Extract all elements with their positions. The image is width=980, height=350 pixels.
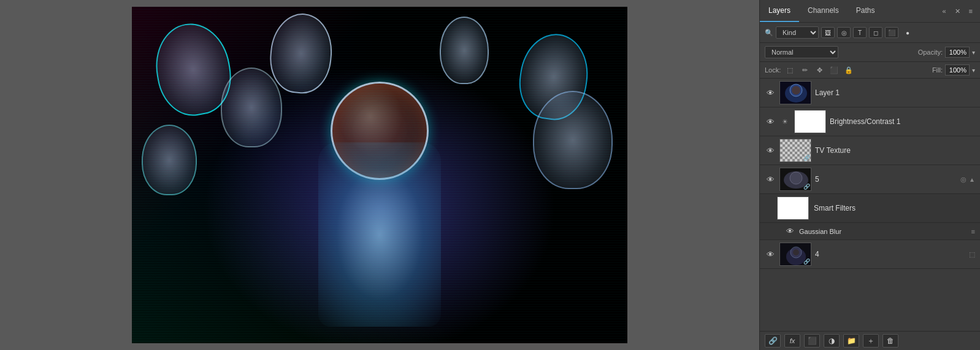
layer5-collapse-icon[interactable]: ▲ <box>969 176 975 183</box>
layer4-info: 4 <box>815 250 965 259</box>
thumbnail-smart-filters <box>777 196 809 220</box>
half-circle-icon: ◑ <box>829 336 835 345</box>
gaussian-blur-options-icon[interactable]: ≡ <box>971 228 975 235</box>
filter-image-icon[interactable]: 🖼 <box>821 27 835 38</box>
visibility-gaussian-blur[interactable]: 👁 <box>784 226 795 237</box>
thumbnail-brightness1 <box>794 110 826 133</box>
svg-point-10 <box>793 249 799 255</box>
layer5-right-icons: ◎ ▲ <box>960 176 975 184</box>
tv-texture-info: TV Texture <box>815 146 975 155</box>
visibility-layer1[interactable]: 👁 <box>765 87 776 98</box>
layer4-right-icon[interactable]: ⬚ <box>969 251 975 259</box>
thumbnail-tv-texture: 🔗 <box>779 139 811 162</box>
thumb-svg-layer1 <box>780 82 811 104</box>
link-layers-button[interactable]: 🔗 <box>765 334 781 348</box>
layer-item-layer1[interactable]: 👁 Layer 1 <box>760 79 980 107</box>
blend-row: Normal Opacity: 100% ▾ <box>760 43 980 62</box>
filter-bar: 🔍 Kind 🖼 ◎ T ◻ ⬛ ● <box>760 23 980 43</box>
thumbnail-layer5: 🔗 <box>779 168 811 191</box>
filter-circle-icon[interactable]: ◎ <box>837 27 851 38</box>
lock-paint-icon[interactable]: ✏ <box>799 64 810 76</box>
lock-label: Lock: <box>765 66 781 74</box>
fill-value[interactable]: 100% <box>945 64 970 76</box>
panel-header-icons: « ✕ ≡ <box>940 6 980 17</box>
layer5-name: 5 <box>815 175 957 184</box>
fill-dropdown-icon[interactable]: ▾ <box>972 67 975 74</box>
plus-square-icon: ＋ <box>867 336 875 346</box>
filter-label: 🔍 <box>765 29 773 37</box>
visibility-tv-texture[interactable]: 👁 <box>765 145 776 156</box>
visibility-layer5[interactable]: 👁 <box>765 174 776 185</box>
thumbnail-layer4: 🔗 <box>779 243 811 266</box>
brightness-adjust-icon: ☀ <box>779 116 791 127</box>
opacity-label: Opacity: <box>918 49 943 56</box>
layer1-name: Layer 1 <box>815 88 975 97</box>
layer-item-layer4[interactable]: 👁 🔗 4 ⬚ <box>760 240 980 269</box>
visibility-layer4[interactable]: 👁 <box>765 249 776 260</box>
gaussian-blur-icons: ≡ <box>971 228 975 235</box>
layer-item-tv-texture[interactable]: 👁 🔗 TV Texture <box>760 136 980 165</box>
fx-icon: fx <box>790 337 795 344</box>
opacity-dropdown-icon[interactable]: ▾ <box>972 49 975 56</box>
tab-channels[interactable]: Channels <box>799 0 848 22</box>
canvas-image <box>132 7 627 343</box>
delete-layer-button[interactable]: 🗑 <box>882 334 898 348</box>
lock-artboard-icon[interactable]: ⬛ <box>829 64 840 76</box>
panel-menu-button[interactable]: ≡ <box>967 6 975 16</box>
layer-item-gaussian-blur[interactable]: 👁 Gaussian Blur ≡ <box>760 223 980 240</box>
fill-group: Fill: 100% ▾ <box>932 64 975 76</box>
filter-shape-icon[interactable]: ◻ <box>869 27 882 38</box>
layers-toolbar: 🔗 fx ⬛ ◑ 📁 ＋ 🗑 <box>760 331 980 350</box>
layer5-info: 5 <box>815 175 957 184</box>
gaussian-blur-name: Gaussian Blur <box>799 228 841 235</box>
link-icon-layer5: 🔗 <box>803 184 810 190</box>
filter-dot-icon: ● <box>901 27 914 38</box>
panel-header: Layers Channels Paths « ✕ ≡ <box>760 0 980 23</box>
close-panel-button[interactable]: ✕ <box>952 6 963 17</box>
layers-list[interactable]: 👁 Layer 1 👁 ☀ Brightness/Contrast 1 <box>760 79 980 331</box>
lock-transparency-icon[interactable]: ⬚ <box>784 64 795 76</box>
layer-mask-button[interactable]: ⬛ <box>804 334 820 348</box>
tab-paths[interactable]: Paths <box>848 0 884 22</box>
blend-mode-select[interactable]: Normal <box>765 46 838 58</box>
layer5-circle-icon[interactable]: ◎ <box>960 176 967 184</box>
folder-icon: 📁 <box>847 336 856 345</box>
thumbnail-layer1 <box>779 81 811 104</box>
layer-item-layer5[interactable]: 👁 🔗 5 ◎ ▲ <box>760 165 980 194</box>
new-group-button[interactable]: 📁 <box>843 334 859 348</box>
canvas-area <box>0 0 759 350</box>
filter-kind-select[interactable]: Kind <box>776 26 819 39</box>
link-icon-layer4: 🔗 <box>803 259 810 265</box>
layer-effects-button[interactable]: fx <box>784 334 800 348</box>
collapse-panel-button[interactable]: « <box>940 6 948 16</box>
layer4-name: 4 <box>815 250 965 259</box>
filter-text-icon[interactable]: T <box>853 27 867 38</box>
panel-tabs: Layers Channels Paths <box>760 0 883 22</box>
layer4-right-icons: ⬚ <box>969 251 975 259</box>
trash-icon: 🗑 <box>887 336 894 345</box>
visibility-brightness1[interactable]: 👁 <box>765 116 776 127</box>
link-icon-tv-texture: 🔗 <box>803 155 810 161</box>
smart-filters-name: Smart Filters <box>814 204 856 212</box>
layer-item-brightness1[interactable]: 👁 ☀ Brightness/Contrast 1 <box>760 107 980 136</box>
new-layer-button[interactable]: ＋ <box>863 334 879 348</box>
tv-texture-name: TV Texture <box>815 146 975 155</box>
opacity-group: Opacity: 100% ▾ <box>918 47 975 58</box>
brightness1-info: Brightness/Contrast 1 <box>830 117 975 126</box>
filter-adjust-icon[interactable]: ⬛ <box>885 27 898 38</box>
lock-all-icon[interactable]: 🔒 <box>843 64 854 76</box>
adjustment-layer-button[interactable]: ◑ <box>824 334 840 348</box>
layers-panel: Layers Channels Paths « ✕ ≡ 🔍 Kind 🖼 ◎ T… <box>759 0 980 350</box>
svg-point-3 <box>792 86 800 95</box>
lock-move-icon[interactable]: ✥ <box>814 64 825 76</box>
opacity-value[interactable]: 100% <box>945 47 970 58</box>
tab-layers[interactable]: Layers <box>760 0 799 22</box>
brightness1-name: Brightness/Contrast 1 <box>830 117 975 126</box>
svg-point-6 <box>790 172 802 184</box>
color-fringe <box>132 7 627 343</box>
mask-icon: ⬛ <box>808 336 817 345</box>
link-icon: 🔗 <box>768 336 778 345</box>
canvas-bg <box>132 7 627 343</box>
layer-item-smart-filters[interactable]: Smart Filters <box>760 194 980 223</box>
layer1-info: Layer 1 <box>815 88 975 97</box>
